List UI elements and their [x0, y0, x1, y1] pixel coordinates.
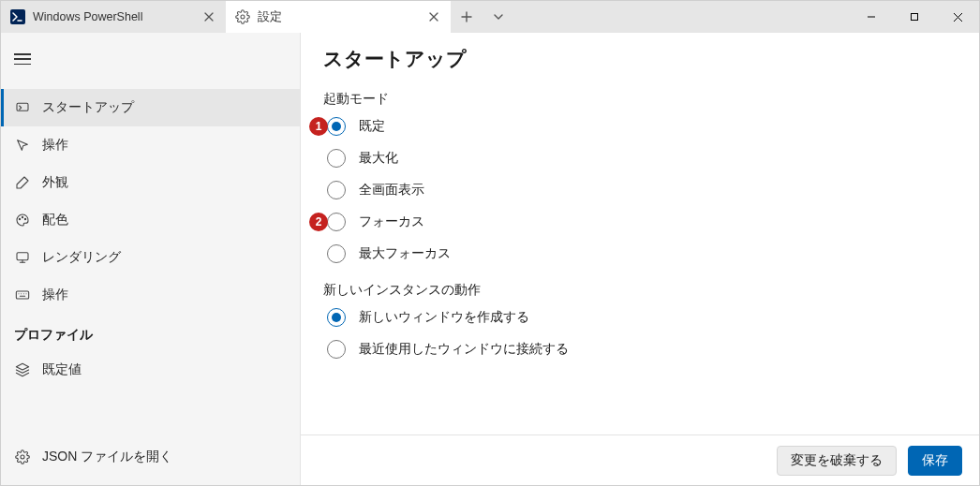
radio-maximized[interactable]: 最大化 [327, 147, 957, 169]
new-tab-button[interactable] [451, 1, 483, 33]
radio-icon [327, 213, 346, 231]
sidebar-item-label: 外観 [42, 174, 68, 191]
gear-icon [235, 9, 250, 24]
radio-focus[interactable]: 2 フォーカス [327, 211, 957, 233]
svg-rect-0 [10, 9, 25, 24]
monitor-icon [14, 249, 31, 266]
sidebar-section-profiles: プロファイル [1, 314, 300, 351]
content-pane: スタートアップ 起動モード 1 既定 最大化 全画面表示 [301, 33, 979, 485]
sidebar-item-interaction[interactable]: 操作 [1, 126, 300, 164]
sidebar-item-actions[interactable]: 操作 [1, 276, 300, 314]
sidebar: スタートアップ 操作 外観 [1, 33, 301, 485]
svg-rect-17 [17, 253, 28, 260]
sidebar-item-startup[interactable]: スタートアップ [1, 89, 300, 126]
radio-icon [327, 244, 346, 263]
page-title: スタートアップ [323, 46, 957, 72]
close-window-button[interactable] [936, 1, 979, 33]
svg-rect-13 [17, 103, 28, 110]
keyboard-icon [14, 287, 31, 303]
radio-label: 全画面表示 [359, 182, 424, 199]
radio-default[interactable]: 1 既定 [327, 115, 957, 138]
svg-point-14 [19, 218, 20, 219]
radio-icon [327, 340, 346, 359]
sidebar-item-defaults[interactable]: 既定値 [1, 351, 300, 389]
tab-label: 設定 [258, 9, 419, 25]
sidebar-item-label: 配色 [42, 212, 68, 228]
new-instance-label: 新しいインスタンスの動作 [323, 282, 957, 299]
new-instance-group: 新しいウィンドウを作成する 最近使用したウィンドウに接続する [323, 306, 957, 361]
svg-point-27 [21, 455, 24, 459]
svg-point-4 [241, 15, 245, 19]
gear-icon [14, 449, 31, 465]
radio-label: フォーカス [359, 214, 424, 230]
window-controls [850, 1, 979, 33]
radio-max-focus[interactable]: 最大フォーカス [327, 243, 957, 265]
sidebar-item-label: レンダリング [42, 249, 121, 266]
svg-point-16 [24, 218, 25, 219]
svg-point-15 [22, 216, 22, 217]
sidebar-item-open-json[interactable]: JSON ファイルを開く [1, 438, 300, 476]
radio-label: 最大化 [359, 150, 398, 167]
launch-mode-label: 起動モード [323, 91, 957, 108]
sidebar-item-label: JSON ファイルを開く [42, 449, 172, 465]
sidebar-item-color-schemes[interactable]: 配色 [1, 201, 300, 239]
close-icon[interactable] [426, 9, 441, 24]
powershell-icon [10, 9, 25, 24]
close-icon[interactable] [201, 9, 216, 24]
radio-icon [327, 308, 346, 327]
sidebar-item-label: 操作 [42, 137, 68, 154]
sidebar-item-label: 操作 [42, 287, 68, 303]
layers-icon [14, 361, 31, 378]
palette-icon [14, 212, 31, 228]
sidebar-item-appearance[interactable]: 外観 [1, 164, 300, 201]
radio-label: 既定 [359, 118, 385, 135]
startup-icon [14, 99, 31, 116]
radio-label: 新しいウィンドウを作成する [359, 309, 529, 326]
save-button[interactable]: 保存 [908, 446, 962, 476]
tab-dropdown[interactable] [483, 1, 514, 33]
launch-mode-group: 1 既定 最大化 全画面表示 2 フォーカス [323, 115, 957, 265]
svg-rect-10 [912, 14, 918, 21]
sidebar-item-label: スタートアップ [42, 99, 134, 116]
radio-icon [327, 181, 346, 199]
svg-marker-26 [16, 363, 28, 370]
discard-button[interactable]: 変更を破棄する [777, 446, 897, 476]
radio-label: 最大フォーカス [359, 245, 451, 262]
radio-icon [327, 117, 346, 136]
tab-label: Windows PowerShell [33, 10, 194, 23]
minimize-button[interactable] [850, 1, 893, 33]
brush-icon [14, 174, 31, 191]
tab-settings[interactable]: 設定 [226, 1, 451, 33]
annotation-badge: 1 [309, 117, 328, 136]
sidebar-item-rendering[interactable]: レンダリング [1, 239, 300, 276]
cursor-icon [14, 137, 31, 154]
radio-icon [327, 149, 346, 168]
annotation-badge: 2 [309, 213, 328, 231]
radio-label: 最近使用したウィンドウに接続する [359, 341, 569, 358]
radio-create-new-window[interactable]: 新しいウィンドウを作成する [327, 306, 957, 329]
radio-attach-recent-window[interactable]: 最近使用したウィンドウに接続する [327, 338, 957, 361]
sidebar-item-label: 既定値 [42, 361, 82, 378]
tab-powershell[interactable]: Windows PowerShell [1, 1, 226, 33]
maximize-button[interactable] [893, 1, 936, 33]
radio-fullscreen[interactable]: 全画面表示 [327, 179, 957, 201]
hamburger-icon [14, 53, 31, 65]
title-bar: Windows PowerShell 設定 [1, 1, 979, 33]
hamburger-button[interactable] [1, 40, 300, 78]
footer-bar: 変更を破棄する 保存 [301, 434, 979, 485]
svg-rect-20 [16, 291, 28, 299]
